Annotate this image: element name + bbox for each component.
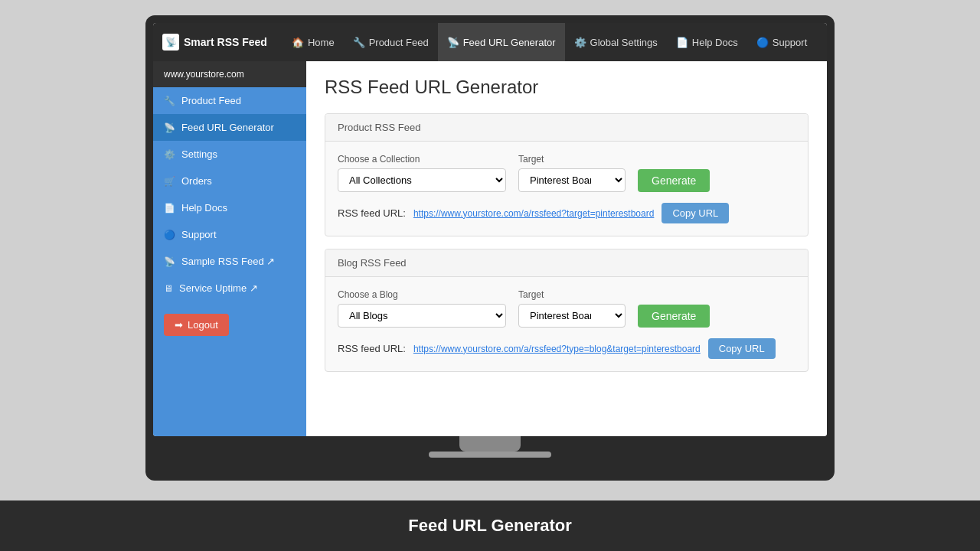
product-target-select[interactable]: Pinterest Boar Google Shopping Facebook …: [518, 168, 626, 192]
sidebar-sample-rss-icon: 📡: [164, 256, 175, 267]
sidebar-support-icon: 🔵: [164, 230, 175, 240]
sidebar-item-sample-rss[interactable]: 📡 Sample RSS Feed ↗: [153, 248, 306, 275]
blog-target-label: Target: [518, 289, 626, 300]
sidebar-item-product-feed[interactable]: 🔧 Product Feed: [153, 87, 306, 114]
product-generate-button[interactable]: Generate: [638, 169, 710, 192]
global-settings-icon: ⚙️: [574, 37, 586, 48]
sidebar-logout-area: ➡ Logout: [164, 314, 296, 336]
sidebar: www.yourstore.com 🔧 Product Feed 📡 Feed …: [153, 61, 306, 436]
product-collection-field: Choose a Collection All Collections Feat…: [338, 154, 506, 192]
brand-name: Smart RSS Feed: [184, 36, 267, 48]
blog-field: Choose a Blog All Blogs News Updates: [338, 289, 506, 328]
sidebar-orders-icon: 🛒: [164, 176, 175, 187]
sidebar-item-support[interactable]: 🔵 Support: [153, 221, 306, 248]
product-feed-card: Product RSS Feed Choose a Collection All…: [325, 113, 808, 236]
brand: 📡 Smart RSS Feed: [162, 34, 267, 51]
blog-feed-body: Choose a Blog All Blogs News Updates Tar…: [325, 277, 808, 371]
product-target-label: Target: [518, 154, 626, 165]
sidebar-service-uptime-icon: 🖥: [164, 283, 173, 294]
sidebar-store-url: www.yourstore.com: [153, 61, 306, 87]
blog-url-label: RSS feed URL:: [338, 343, 406, 354]
monitor-screen: 📡 Smart RSS Feed 🏠 Home 🔧 Product Feed 📡…: [153, 23, 827, 436]
sidebar-help-docs-icon: 📄: [164, 203, 175, 214]
blog-target-field: Target Pinterest Boar Google Shopping Fa…: [518, 289, 626, 328]
monitor-base: [429, 452, 551, 458]
product-feed-body: Choose a Collection All Collections Feat…: [325, 142, 808, 236]
sidebar-item-feed-url-generator[interactable]: 📡 Feed URL Generator: [153, 114, 306, 141]
blog-feed-card: Blog RSS Feed Choose a Blog All Blogs Ne…: [325, 249, 808, 372]
nav-product-feed[interactable]: 🔧 Product Feed: [344, 23, 438, 61]
blog-copy-url-button[interactable]: Copy URL: [708, 338, 776, 359]
page-title: RSS Feed URL Generator: [325, 77, 808, 98]
home-icon: 🏠: [292, 37, 304, 48]
sidebar-feed-url-icon: 📡: [164, 122, 175, 133]
help-docs-icon: 📄: [676, 37, 688, 48]
product-url-row: RSS feed URL: https://www.yourstore.com/…: [338, 203, 795, 223]
product-feed-icon: 🔧: [353, 37, 365, 48]
nav-support[interactable]: 🔵 Support: [747, 23, 817, 61]
nav-global-settings[interactable]: ⚙️ Global Settings: [565, 23, 667, 61]
nav-home[interactable]: 🏠 Home: [283, 23, 344, 61]
blog-label: Choose a Blog: [338, 289, 506, 300]
sidebar-settings-icon: ⚙️: [164, 149, 175, 160]
blog-select[interactable]: All Blogs News Updates: [338, 304, 506, 328]
top-nav: 📡 Smart RSS Feed 🏠 Home 🔧 Product Feed 📡…: [153, 23, 827, 61]
monitor-stand: [459, 436, 521, 452]
bottom-bar: Feed URL Generator: [0, 500, 980, 551]
nav-items: 🏠 Home 🔧 Product Feed 📡 Feed URL Generat…: [283, 23, 816, 61]
product-target-field: Target Pinterest Boar Google Shopping Fa…: [518, 154, 626, 192]
product-url-label: RSS feed URL:: [338, 207, 406, 219]
product-collection-select[interactable]: All Collections Featured Summer Sale New…: [338, 168, 506, 192]
monitor-frame: 📡 Smart RSS Feed 🏠 Home 🔧 Product Feed 📡…: [145, 15, 835, 481]
main-layout: www.yourstore.com 🔧 Product Feed 📡 Feed …: [153, 61, 827, 436]
nav-feed-url-generator[interactable]: 📡 Feed URL Generator: [438, 23, 565, 61]
blog-feed-controls: Choose a Blog All Blogs News Updates Tar…: [338, 289, 795, 328]
brand-icon: 📡: [162, 34, 179, 51]
product-feed-controls: Choose a Collection All Collections Feat…: [338, 154, 795, 192]
blog-generate-button[interactable]: Generate: [638, 305, 710, 328]
logout-icon: ➡: [175, 319, 183, 331]
product-feed-header: Product RSS Feed: [325, 114, 808, 142]
sidebar-item-orders[interactable]: 🛒 Orders: [153, 168, 306, 194]
nav-help-docs[interactable]: 📄 Help Docs: [667, 23, 747, 61]
logout-button[interactable]: ➡ Logout: [164, 314, 229, 336]
sidebar-product-feed-icon: 🔧: [164, 96, 175, 106]
feed-url-icon: 📡: [447, 37, 459, 48]
sidebar-item-settings[interactable]: ⚙️ Settings: [153, 141, 306, 168]
blog-url-link[interactable]: https://www.yourstore.com/a/rssfeed?type…: [413, 344, 701, 354]
main-content: RSS Feed URL Generator Product RSS Feed …: [306, 61, 827, 436]
product-url-link[interactable]: https://www.yourstore.com/a/rssfeed?targ…: [413, 208, 655, 219]
sidebar-item-service-uptime[interactable]: 🖥 Service Uptime ↗: [153, 275, 306, 302]
product-collection-label: Choose a Collection: [338, 154, 506, 165]
support-icon: 🔵: [756, 37, 769, 48]
product-copy-url-button[interactable]: Copy URL: [662, 203, 729, 223]
blog-target-select[interactable]: Pinterest Boar Google Shopping Facebook …: [518, 304, 626, 328]
blog-url-row: RSS feed URL: https://www.yourstore.com/…: [338, 338, 795, 359]
sidebar-item-help-docs[interactable]: 📄 Help Docs: [153, 194, 306, 221]
bottom-bar-title: Feed URL Generator: [408, 516, 572, 535]
blog-feed-header: Blog RSS Feed: [325, 249, 808, 277]
